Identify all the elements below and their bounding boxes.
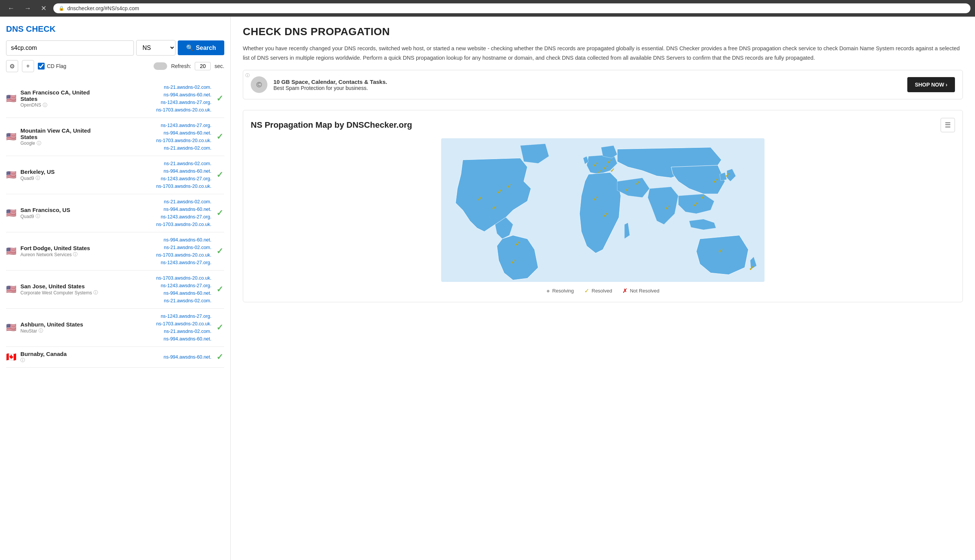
ns-record[interactable]: ns-21.awsdns-02.com. [109, 198, 211, 205]
ns-record[interactable]: ns-994.awsdns-60.net. [109, 290, 211, 297]
table-row: 🇺🇸 San Francisco CA, United States OpenD… [6, 80, 224, 118]
info-icon[interactable]: ⓘ [35, 175, 40, 182]
ns-record[interactable]: ns-21.awsdns-02.com. [109, 144, 211, 152]
map-header: NS Propagation Map by DNSChecker.org ☰ [251, 118, 955, 132]
map-container: ✓ ✓ ✓ ✓ ✓ ✓ ✓ ✓ ✓ ✓ ✓ ✓ ✓ [251, 138, 955, 282]
refresh-input[interactable] [195, 62, 211, 70]
ad-text-line2: Best Spam Protection for your business. [273, 85, 368, 91]
ns-records-list: ns-994.awsdns-60.net.ns-21.awsdns-02.com… [109, 236, 211, 267]
svg-text:✓: ✓ [725, 172, 730, 178]
location-name: San Francisco CA, United States [20, 89, 105, 102]
ns-record[interactable]: ns-1703.awsdns-20.co.uk. [109, 320, 211, 328]
svg-text:✓: ✓ [506, 183, 511, 190]
options-row: ⚙ + CD Flag Refresh: sec. [6, 60, 224, 72]
cd-flag-checkbox-wrap[interactable]: CD Flag [38, 63, 66, 70]
ns-record[interactable]: ns-1243.awsdns-27.org. [109, 213, 211, 221]
ns-record[interactable]: ns-1243.awsdns-27.org. [109, 259, 211, 267]
svg-text:✓: ✓ [693, 201, 698, 208]
location-info: Burnaby, Canada ⓘ [20, 351, 105, 363]
filter-icon: ⚙ [10, 63, 15, 70]
search-row: NS A MX CNAME TXT AAAA 🔍 Search [6, 40, 224, 55]
location-name: Fort Dodge, United States [20, 245, 105, 251]
ns-record[interactable]: ns-994.awsdns-60.net. [109, 167, 211, 175]
refresh-toggle[interactable] [154, 62, 167, 70]
ns-record[interactable]: ns-21.awsdns-02.com. [109, 160, 211, 167]
svg-text:✓: ✓ [592, 162, 597, 168]
search-label: Search [196, 45, 216, 52]
cd-flag-checkbox[interactable] [38, 63, 45, 70]
ns-record[interactable]: ns-994.awsdns-60.net. [109, 91, 211, 98]
ns-record[interactable]: ns-1703.awsdns-20.co.uk. [109, 137, 211, 144]
info-icon[interactable]: ⓘ [94, 290, 98, 296]
location-info: San Francisco, US Quad9ⓘ [20, 207, 105, 220]
ns-record[interactable]: ns-21.awsdns-02.com. [109, 297, 211, 305]
legend-resolved-label: Resolved [592, 288, 612, 293]
right-panel: CHECK DNS PROPAGATION Whether you have r… [231, 17, 975, 560]
domain-input[interactable] [6, 40, 134, 55]
url-text: dnschecker.org/#NS/s4cp.com [67, 5, 139, 11]
legend-resolving-label: Resolving [552, 288, 574, 293]
map-legend: ● Resolving ✓ Resolved ✗ Not Resolved [251, 287, 955, 294]
flag-icon: 🇺🇸 [6, 285, 17, 294]
ns-record[interactable]: ns-1243.awsdns-27.org. [109, 175, 211, 183]
dns-check-title: DNS CHECK [6, 24, 224, 34]
svg-text:✓: ✓ [610, 167, 615, 174]
table-row: 🇨🇦 Burnaby, Canada ⓘ ns-994.awsdns-60.ne… [6, 347, 224, 368]
ad-logo: © [251, 76, 268, 93]
ns-record[interactable]: ns-994.awsdns-60.net. [109, 335, 211, 343]
ns-record[interactable]: ns-1703.awsdns-20.co.uk. [109, 106, 211, 114]
provider-name: Quad9ⓘ [20, 213, 105, 220]
ns-record[interactable]: ns-1703.awsdns-20.co.uk. [109, 251, 211, 259]
legend-not-resolved: ✗ Not Resolved [622, 287, 659, 294]
location-info: Ashburn, United States NeuStarⓘ [20, 321, 105, 334]
close-button[interactable]: ✕ [38, 3, 50, 14]
info-icon[interactable]: ⓘ [35, 213, 40, 220]
map-menu-button[interactable]: ☰ [941, 118, 955, 132]
info-icon[interactable]: ⓘ [73, 251, 77, 258]
search-button[interactable]: 🔍 Search [178, 40, 224, 55]
svg-text:✓: ✓ [515, 240, 520, 248]
legend-not-resolved-icon: ✗ [622, 287, 627, 294]
ns-record[interactable]: ns-1243.awsdns-27.org. [109, 122, 211, 129]
ad-shop-button[interactable]: SHOP NOW › [907, 77, 955, 92]
svg-text:✓: ✓ [492, 205, 497, 212]
filter-button[interactable]: ⚙ [6, 60, 18, 72]
info-icon[interactable]: ⓘ [37, 140, 41, 147]
dns-results-list: 🇺🇸 San Francisco CA, United States OpenD… [6, 80, 224, 368]
forward-button[interactable]: → [21, 3, 34, 14]
add-button[interactable]: + [22, 60, 34, 72]
info-icon[interactable]: ⓘ [38, 328, 43, 334]
ns-record[interactable]: ns-994.awsdns-60.net. [109, 205, 211, 213]
ns-record[interactable]: ns-994.awsdns-60.net. [109, 129, 211, 137]
info-icon[interactable]: ⓘ [43, 102, 47, 108]
address-bar[interactable]: 🔒 dnschecker.org/#NS/s4cp.com [54, 3, 970, 13]
ns-records-list: ns-994.awsdns-60.net. [109, 353, 211, 361]
ns-record[interactable]: ns-21.awsdns-02.com. [109, 328, 211, 335]
flag-icon: 🇺🇸 [6, 247, 17, 256]
back-button[interactable]: ← [5, 3, 17, 14]
ns-record[interactable]: ns-1703.awsdns-20.co.uk. [109, 274, 211, 282]
ad-banner: ⓘ © 10 GB Space, Calendar, Contacts & Ta… [243, 70, 963, 99]
ad-close-icon[interactable]: ⓘ [246, 73, 249, 78]
ns-record[interactable]: ns-1243.awsdns-27.org. [109, 98, 211, 106]
provider-name: ⓘ [20, 357, 105, 363]
description-text: Whether you have recently changed your D… [243, 44, 963, 62]
security-icon: 🔒 [59, 6, 64, 11]
ns-record[interactable]: ns-21.awsdns-02.com. [109, 244, 211, 251]
flag-icon: 🇺🇸 [6, 94, 17, 103]
status-check-icon: ✓ [215, 170, 224, 180]
ns-record[interactable]: ns-1703.awsdns-20.co.uk. [109, 183, 211, 190]
status-check-icon: ✓ [215, 208, 224, 218]
ns-record[interactable]: ns-1243.awsdns-27.org. [109, 282, 211, 290]
record-type-select[interactable]: NS A MX CNAME TXT AAAA [136, 40, 176, 55]
status-check-icon: ✓ [215, 323, 224, 333]
status-check-icon: ✓ [215, 132, 224, 142]
info-icon[interactable]: ⓘ [20, 357, 25, 363]
ns-record[interactable]: ns-994.awsdns-60.net. [109, 353, 211, 361]
ns-record[interactable]: ns-994.awsdns-60.net. [109, 236, 211, 244]
svg-text:✓: ✓ [603, 212, 608, 219]
svg-text:✓: ✓ [712, 178, 718, 185]
ns-record[interactable]: ns-21.awsdns-02.com. [109, 83, 211, 91]
ns-record[interactable]: ns-1243.awsdns-27.org. [109, 312, 211, 320]
ns-record[interactable]: ns-1703.awsdns-20.co.uk. [109, 221, 211, 228]
